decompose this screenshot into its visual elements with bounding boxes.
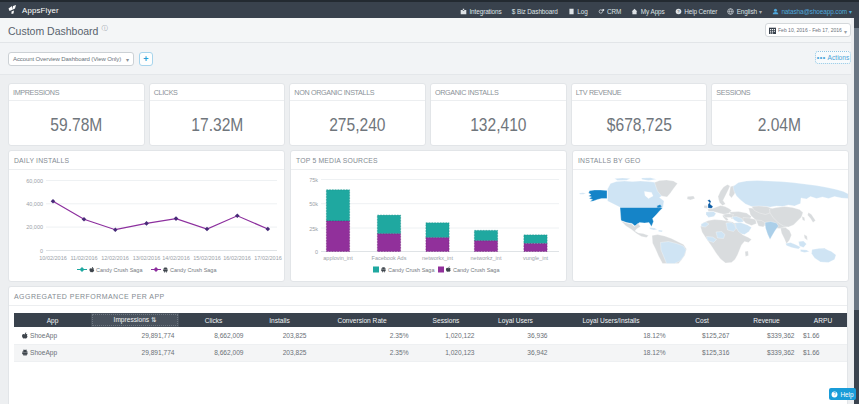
- svg-text:0: 0: [40, 248, 43, 254]
- svg-text:10/02/2016: 10/02/2016: [39, 255, 67, 261]
- svg-text:16/02/2016: 16/02/2016: [223, 255, 251, 261]
- svg-text:?: ?: [834, 392, 837, 397]
- svg-text:40,000: 40,000: [26, 201, 43, 207]
- svg-text:13/02/2016: 13/02/2016: [133, 255, 161, 261]
- svg-text:networkz_int: networkz_int: [471, 255, 502, 261]
- svg-text:60,000: 60,000: [26, 178, 43, 184]
- svg-text:15/02/2016: 15/02/2016: [193, 255, 221, 261]
- svg-text:20,000: 20,000: [26, 224, 43, 230]
- svg-text:12/02/2016: 12/02/2016: [101, 255, 129, 261]
- svg-text:applovin_int: applovin_int: [323, 255, 353, 261]
- svg-text:Candy Crush Saga: Candy Crush Saga: [96, 267, 143, 273]
- svg-text:50k: 50k: [309, 201, 318, 207]
- svg-text:Candy Crush Saga: Candy Crush Saga: [170, 267, 217, 273]
- svg-text:vungle_int: vungle_int: [523, 255, 549, 261]
- svg-text:17/02/2016: 17/02/2016: [254, 255, 282, 261]
- svg-text:Facebook Ads: Facebook Ads: [372, 255, 407, 261]
- svg-text:75k: 75k: [309, 177, 318, 183]
- svg-text:25k: 25k: [309, 226, 318, 232]
- svg-text:Candy Crush Saga: Candy Crush Saga: [388, 267, 435, 273]
- svg-text:0: 0: [315, 249, 318, 255]
- svg-text:Candy Crush Saga: Candy Crush Saga: [453, 267, 500, 273]
- svg-text:14/02/2016: 14/02/2016: [162, 255, 190, 261]
- svg-text:networkx_int: networkx_int: [422, 255, 453, 261]
- svg-text:11/02/2016: 11/02/2016: [70, 255, 97, 261]
